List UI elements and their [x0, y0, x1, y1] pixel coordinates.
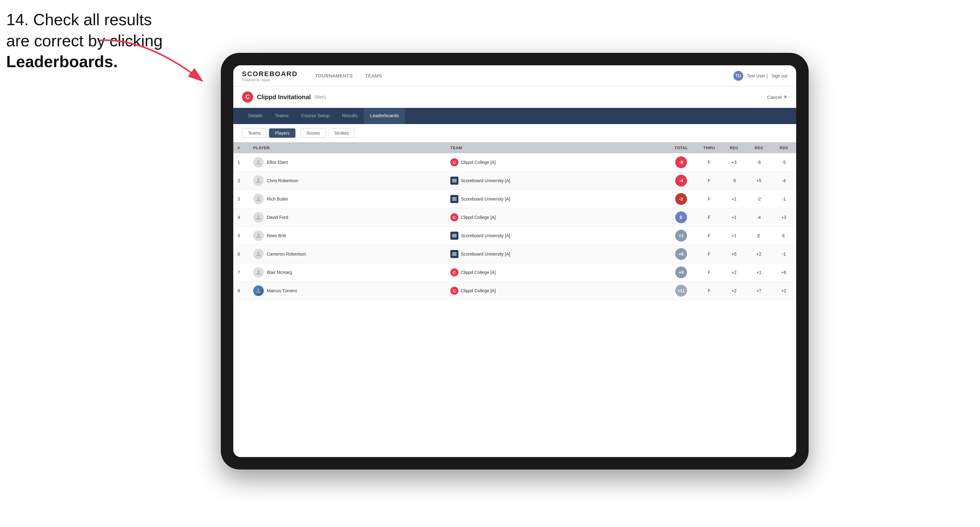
- cell-total: E: [665, 208, 697, 227]
- tablet-frame: SCOREBOARD Powered by clippd TOURNAMENTS…: [221, 53, 809, 470]
- cell-team: CClippd College [A]: [446, 282, 665, 300]
- cell-player: Rees Britt: [249, 227, 446, 245]
- nav-right: TU Test User | Sign out: [733, 71, 788, 81]
- nav-links: TOURNAMENTS TEAMS: [309, 65, 733, 86]
- cell-rank: 8: [233, 282, 249, 300]
- player-name: Marcus Turners: [267, 288, 297, 293]
- cell-rd3: -4: [771, 171, 796, 190]
- cell-rank: 6: [233, 245, 249, 264]
- cell-rd1: +2: [722, 264, 746, 282]
- player-avatar: [253, 194, 264, 204]
- cell-player: Chris Robertson: [249, 171, 446, 190]
- table-row: 5Rees BrittScoreboard University [A]+1F+…: [233, 227, 796, 245]
- cell-rd3: E: [771, 227, 796, 245]
- cell-player: Elliot Ebert: [249, 153, 446, 171]
- cell-rd1: +3: [722, 153, 746, 171]
- team-logo-scoreboard: [450, 250, 458, 258]
- player-avatar: [253, 157, 264, 168]
- tab-teams[interactable]: Teams: [269, 108, 295, 124]
- cell-thru: F: [697, 208, 722, 227]
- cell-rd1: +1: [722, 227, 746, 245]
- user-name: Test User |: [747, 73, 768, 78]
- cancel-button[interactable]: Cancel ✕: [767, 94, 788, 100]
- cell-rd3: -1: [771, 190, 796, 208]
- filter-strokes[interactable]: Strokes: [328, 129, 355, 138]
- cell-rd2: +2: [746, 245, 771, 264]
- tab-details[interactable]: Details: [242, 108, 269, 124]
- cell-total: -4: [665, 171, 697, 190]
- cell-rd3: +2: [771, 282, 796, 300]
- score-badge: -2: [675, 193, 687, 205]
- table-row: 4David FordCClippd College [A]EF+1-4+3: [233, 208, 796, 227]
- svg-point-1: [257, 160, 259, 162]
- tournament-logo: C: [242, 91, 253, 103]
- cell-rd2: -4: [746, 208, 771, 227]
- tournament-badge: (Men): [315, 95, 326, 100]
- cell-thru: F: [697, 282, 722, 300]
- cell-player: David Ford: [249, 208, 446, 227]
- tab-leaderboards[interactable]: Leaderboards: [364, 108, 405, 124]
- filter-scores[interactable]: Scores: [301, 129, 326, 138]
- score-badge: +9: [675, 267, 687, 278]
- cell-total: +6: [665, 245, 697, 264]
- team-logo-scoreboard: [450, 195, 458, 203]
- cell-rank: 3: [233, 190, 249, 208]
- col-total: TOTAL: [665, 143, 697, 153]
- cell-rd2: +7: [746, 282, 771, 300]
- table-row: 3Rich ButlerScoreboard University [A]-2F…: [233, 190, 796, 208]
- tab-course-setup[interactable]: Course Setup: [295, 108, 336, 124]
- cell-thru: F: [697, 171, 722, 190]
- cell-rd2: -6: [746, 153, 771, 171]
- filter-bar: Teams Players Scores Strokes: [233, 124, 796, 143]
- table-row: 8Marcus TurnersCClippd College [A]+11F+2…: [233, 282, 796, 300]
- team-logo-scoreboard: [450, 232, 458, 240]
- cell-rank: 7: [233, 264, 249, 282]
- nav-teams[interactable]: TEAMS: [359, 65, 388, 86]
- score-badge: E: [675, 211, 687, 223]
- cell-team: Scoreboard University [A]: [446, 190, 665, 208]
- filter-teams[interactable]: Teams: [242, 129, 267, 138]
- cell-rd1: +2: [722, 282, 746, 300]
- score-badge: +6: [675, 248, 687, 260]
- cell-rd1: +1: [722, 190, 746, 208]
- player-name: Blair McHarg: [267, 270, 292, 275]
- team-logo-clippd: C: [450, 213, 458, 221]
- cell-total: -2: [665, 190, 697, 208]
- leaderboard-table: # PLAYER TEAM TOTAL THRU RD1 RD2 RD3 1El…: [233, 143, 796, 300]
- col-rank: #: [233, 143, 249, 153]
- cell-rd3: -5: [771, 153, 796, 171]
- team-logo-scoreboard: [450, 176, 458, 185]
- cell-player: Blair McHarg: [249, 264, 446, 282]
- cell-rd3: -1: [771, 245, 796, 264]
- cell-rd2: +5: [746, 171, 771, 190]
- col-rd1: RD1: [722, 143, 746, 153]
- filter-players[interactable]: Players: [269, 129, 296, 138]
- cell-rd1: +5: [722, 245, 746, 264]
- svg-point-2: [257, 178, 259, 181]
- cell-rd1: +1: [722, 208, 746, 227]
- tablet-screen: SCOREBOARD Powered by clippd TOURNAMENTS…: [233, 65, 796, 457]
- cell-rank: 4: [233, 208, 249, 227]
- cell-thru: F: [697, 190, 722, 208]
- cell-thru: F: [697, 245, 722, 264]
- table-header-row: # PLAYER TEAM TOTAL THRU RD1 RD2 RD3: [233, 143, 796, 153]
- top-nav: SCOREBOARD Powered by clippd TOURNAMENTS…: [233, 65, 796, 86]
- tournament-name: Clippd Invitational: [257, 94, 311, 101]
- cell-team: Scoreboard University [A]: [446, 245, 665, 264]
- tournament-header: C Clippd Invitational (Men) Cancel ✕: [233, 86, 796, 108]
- cell-player: Rich Butler: [249, 190, 446, 208]
- player-avatar: [253, 249, 264, 259]
- svg-point-4: [257, 215, 259, 217]
- tab-results[interactable]: Results: [336, 108, 364, 124]
- cell-rd1: -5: [722, 171, 746, 190]
- nav-tournaments[interactable]: TOURNAMENTS: [309, 65, 359, 86]
- cell-total: -8: [665, 153, 697, 171]
- cell-rd3: +6: [771, 264, 796, 282]
- instruction-text: 14. Check all results are correct by cli…: [6, 10, 163, 73]
- player-avatar: [253, 212, 264, 222]
- cell-team: CClippd College [A]: [446, 153, 665, 171]
- sign-out-link[interactable]: Sign out: [772, 73, 788, 78]
- team-name: Scoreboard University [A]: [461, 178, 511, 183]
- cell-total: +11: [665, 282, 697, 300]
- team-logo-clippd: C: [450, 268, 458, 276]
